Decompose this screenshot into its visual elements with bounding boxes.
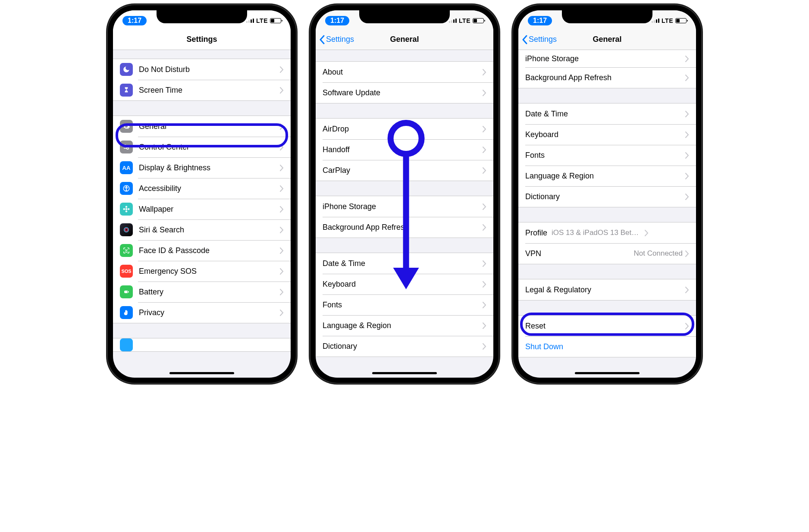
chevron-right-icon bbox=[483, 203, 486, 210]
row-language-region[interactable]: Language & Region bbox=[518, 166, 696, 186]
chevron-right-icon bbox=[483, 281, 486, 288]
battery-icon bbox=[473, 18, 484, 23]
svg-point-9 bbox=[123, 208, 125, 210]
row-privacy[interactable]: Privacy bbox=[113, 302, 291, 323]
switches-icon bbox=[120, 141, 133, 153]
row-detail: Not Connected bbox=[634, 249, 683, 258]
row-peek[interactable] bbox=[113, 338, 291, 351]
row-profile[interactable]: ProfileiOS 13 & iPadOS 13 Beta Softwar..… bbox=[518, 222, 696, 243]
notch bbox=[562, 10, 652, 23]
chevron-right-icon bbox=[280, 247, 284, 254]
notch bbox=[157, 10, 247, 23]
nav-bar: Settings General bbox=[518, 29, 696, 50]
row-screen-time[interactable]: Screen Time bbox=[113, 80, 291, 100]
battery-icon bbox=[675, 18, 687, 23]
row-dictionary[interactable]: Dictionary bbox=[316, 336, 493, 357]
row-do-not-disturb[interactable]: Do Not Disturb bbox=[113, 59, 291, 80]
row-faceid-passcode[interactable]: Face ID & Passcode bbox=[113, 240, 291, 261]
svg-point-2 bbox=[127, 147, 129, 150]
svg-point-12 bbox=[125, 228, 128, 231]
row-vpn[interactable]: VPNNot Connected bbox=[518, 243, 696, 264]
row-siri-search[interactable]: Siri & Search bbox=[113, 219, 291, 240]
row-iphone-storage[interactable]: iPhone Storage bbox=[518, 50, 696, 67]
row-label: General bbox=[139, 122, 280, 131]
home-indicator[interactable] bbox=[575, 372, 640, 374]
row-background-app-refresh[interactable]: Background App Refresh bbox=[518, 67, 696, 88]
settings-list[interactable]: Do Not Disturb Screen Time bbox=[113, 50, 291, 372]
row-iphone-storage[interactable]: iPhone Storage bbox=[316, 196, 493, 217]
chevron-right-icon bbox=[483, 126, 486, 132]
row-control-center[interactable]: Control Center bbox=[113, 137, 291, 157]
general-list-scrolled[interactable]: iPhone Storage Background App Refresh Da… bbox=[518, 50, 696, 372]
row-accessibility[interactable]: Accessibility bbox=[113, 178, 291, 199]
carrier-label: LTE bbox=[662, 17, 673, 24]
row-detail: iOS 13 & iPadOS 13 Beta Softwar... bbox=[552, 228, 642, 237]
chevron-right-icon bbox=[483, 260, 486, 267]
signal-icon bbox=[246, 19, 254, 23]
chevron-right-icon bbox=[685, 287, 689, 293]
row-fonts[interactable]: Fonts bbox=[518, 145, 696, 166]
page-title: General bbox=[390, 35, 419, 44]
flower-icon bbox=[120, 203, 133, 216]
gear-icon bbox=[120, 120, 133, 133]
accessibility-icon bbox=[120, 182, 133, 195]
row-airdrop[interactable]: AirDrop bbox=[316, 119, 493, 139]
status-right: LTE bbox=[449, 17, 484, 24]
status-right: LTE bbox=[652, 17, 687, 24]
row-battery[interactable]: Battery bbox=[113, 282, 291, 302]
chevron-right-icon bbox=[483, 343, 486, 350]
moon-icon bbox=[120, 63, 133, 76]
phone-frame-2: 1:17 LTE Settings General About Software… bbox=[310, 4, 499, 384]
row-keyboard[interactable]: Keyboard bbox=[518, 124, 696, 145]
chevron-right-icon bbox=[685, 111, 689, 117]
chevron-right-icon bbox=[685, 75, 689, 81]
svg-point-8 bbox=[125, 210, 128, 213]
row-emergency-sos[interactable]: SOS Emergency SOS bbox=[113, 261, 291, 282]
row-dictionary[interactable]: Dictionary bbox=[518, 186, 696, 207]
chevron-right-icon bbox=[685, 194, 689, 200]
back-label: Settings bbox=[326, 35, 354, 44]
row-keyboard[interactable]: Keyboard bbox=[316, 274, 493, 294]
chevron-right-icon bbox=[483, 69, 486, 75]
row-carplay[interactable]: CarPlay bbox=[316, 160, 493, 181]
faceid-icon bbox=[120, 244, 133, 257]
back-label: Settings bbox=[529, 35, 557, 44]
row-shut-down[interactable]: Shut Down bbox=[518, 336, 696, 357]
home-indicator[interactable] bbox=[169, 372, 234, 374]
chevron-right-icon bbox=[483, 167, 486, 174]
chevron-right-icon bbox=[645, 230, 649, 236]
back-button[interactable]: Settings bbox=[522, 35, 557, 44]
home-indicator[interactable] bbox=[372, 372, 437, 374]
back-button[interactable]: Settings bbox=[319, 35, 354, 44]
row-legal-regulatory[interactable]: Legal & Regulatory bbox=[518, 279, 696, 300]
svg-rect-16 bbox=[128, 291, 129, 292]
row-label: Emergency SOS bbox=[139, 267, 280, 276]
row-about[interactable]: About bbox=[316, 62, 493, 82]
chevron-right-icon bbox=[280, 165, 284, 171]
row-label: Screen Time bbox=[139, 86, 280, 95]
row-wallpaper[interactable]: Wallpaper bbox=[113, 199, 291, 219]
chevron-right-icon bbox=[685, 56, 689, 62]
time-pill: 1:17 bbox=[325, 16, 349, 25]
row-software-update[interactable]: Software Update bbox=[316, 82, 493, 103]
svg-point-6 bbox=[125, 208, 128, 210]
svg-point-7 bbox=[125, 206, 128, 208]
row-label: Privacy bbox=[139, 308, 280, 317]
general-list[interactable]: About Software Update AirDrop Handoff Ca… bbox=[316, 50, 493, 372]
row-display-brightness[interactable]: AA Display & Brightness bbox=[113, 157, 291, 178]
chevron-right-icon bbox=[483, 224, 486, 231]
nav-bar: Settings General bbox=[316, 29, 493, 50]
screen-2: 1:17 LTE Settings General About Software… bbox=[316, 10, 493, 378]
row-date-time[interactable]: Date & Time bbox=[316, 253, 493, 274]
row-language-region[interactable]: Language & Region bbox=[316, 315, 493, 336]
row-fonts[interactable]: Fonts bbox=[316, 294, 493, 315]
row-reset[interactable]: Reset bbox=[518, 316, 696, 336]
row-general[interactable]: General bbox=[113, 116, 291, 137]
signal-icon bbox=[449, 19, 457, 23]
signal-icon bbox=[652, 19, 659, 23]
carrier-label: LTE bbox=[459, 17, 470, 24]
row-date-time[interactable]: Date & Time bbox=[518, 103, 696, 124]
row-handoff[interactable]: Handoff bbox=[316, 139, 493, 160]
text-size-icon: AA bbox=[120, 161, 133, 174]
row-background-app-refresh[interactable]: Background App Refresh bbox=[316, 217, 493, 238]
